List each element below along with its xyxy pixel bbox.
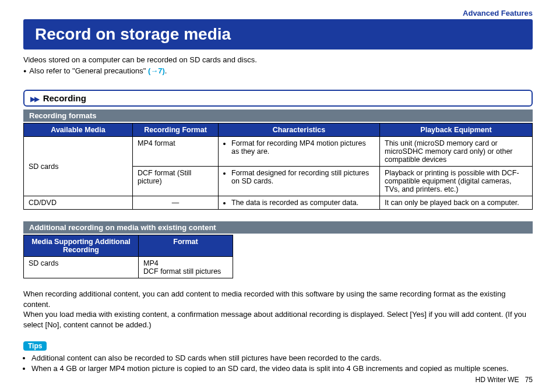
paragraph-block: When recording additional content, you c… xyxy=(23,289,533,330)
section-label: Advanced Features xyxy=(23,9,533,17)
para-line2: When you load media with existing conten… xyxy=(23,309,533,330)
intro-text: Videos stored on a computer can be recor… xyxy=(23,55,533,75)
tips-list: Additional content can also be recorded … xyxy=(23,353,533,373)
tips-item: Additional content can also be recorded … xyxy=(31,353,533,363)
cell-char: Format for recording MP4 motion pictures… xyxy=(219,137,380,167)
section-frame-recording: ▶▶ Recording xyxy=(23,90,533,107)
cell-char: The data is recorded as computer data. xyxy=(219,196,380,210)
table-recording-formats: Available Media Recording Format Charact… xyxy=(23,123,533,210)
cell-format: MP4 format xyxy=(133,137,219,167)
section-title: Recording xyxy=(43,93,86,103)
subheader-formats: Recording formats xyxy=(23,110,533,122)
page-title: Record on storage media xyxy=(23,19,533,50)
footer: HD Writer WE 75 xyxy=(23,376,533,384)
cell-format: DCF format (Still picture) xyxy=(133,167,219,196)
th-char: Characteristics xyxy=(219,123,380,137)
cell-format2: MP4 DCF format still pictures xyxy=(139,257,233,278)
cell-playback: This unit (microSD memory card or microS… xyxy=(380,137,533,167)
intro-line2: Also refer to "General precautions" (→7)… xyxy=(23,66,533,75)
table-row: SD cards MP4 DCF format still pictures xyxy=(24,257,233,278)
cell-playback: It can only be played back on a computer… xyxy=(380,196,533,210)
th-format2: Format xyxy=(139,235,233,257)
cell-media: CD/DVD xyxy=(24,196,133,210)
cell-playback: Playback or printing is possible with DC… xyxy=(380,167,533,196)
table-row: SD cards MP4 format Format for recording… xyxy=(24,137,533,167)
tips-badge: Tips xyxy=(23,341,47,351)
th-media: Available Media xyxy=(24,123,133,137)
th-playback: Playback Equipment xyxy=(380,123,533,137)
para-line1: When recording additional content, you c… xyxy=(23,289,533,309)
th-format: Recording Format xyxy=(133,123,219,137)
footer-product: HD Writer WE xyxy=(476,376,519,384)
arrow-icon: ▶▶ xyxy=(30,95,38,103)
cell-format: — xyxy=(133,196,219,210)
subheader-additional: Additional recording on media with exist… xyxy=(23,221,533,234)
cell-char: Format designed for recording still pict… xyxy=(219,167,380,196)
tips-item: When a 4 GB or larger MP4 motion picture… xyxy=(31,363,533,374)
cell-media: SD cards xyxy=(24,137,133,196)
table-additional: Media Supporting Additional Recording Fo… xyxy=(23,235,233,278)
cell-media2: SD cards xyxy=(24,257,139,278)
intro-line1: Videos stored on a computer can be recor… xyxy=(23,55,533,64)
th-media2: Media Supporting Additional Recording xyxy=(24,235,139,257)
table-row: CD/DVD — The data is recorded as compute… xyxy=(24,196,533,210)
page-ref-link[interactable]: (→7) xyxy=(148,66,165,75)
footer-page: 75 xyxy=(525,376,533,384)
